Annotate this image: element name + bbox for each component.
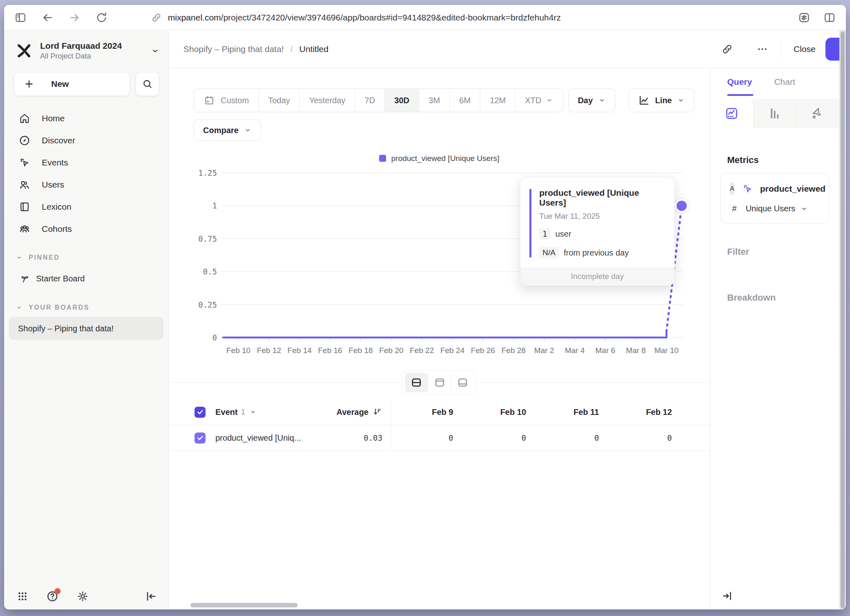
gear-icon[interactable] [76, 590, 89, 603]
tab-query[interactable]: Query [727, 77, 752, 87]
sidebar-item-home[interactable]: Home [4, 107, 168, 129]
svg-text:Mar 10: Mar 10 [654, 346, 678, 355]
search-icon [142, 78, 153, 90]
active-tab-underline [727, 94, 753, 96]
date-range-today[interactable]: Today [258, 89, 299, 112]
close-button[interactable]: Close [793, 44, 816, 54]
notification-dot [54, 588, 61, 594]
more-options-icon[interactable] [756, 43, 769, 55]
layout-bottom-bar-icon[interactable] [451, 373, 474, 392]
sidebar-item-events[interactable]: Events [4, 152, 168, 174]
funnels-tab-icon[interactable] [753, 99, 796, 127]
horizontal-scrollbar-thumb[interactable] [190, 603, 298, 607]
browser-window: mixpanel.com/project/3472420/view/397469… [4, 5, 846, 609]
save-button[interactable] [825, 38, 839, 61]
layout-split-horizontal-icon[interactable] [405, 373, 428, 392]
chart-type-dropdown[interactable]: Line [628, 88, 694, 112]
split-view-icon[interactable] [823, 11, 836, 24]
event-count: 1 [241, 408, 245, 417]
layout-top-bar-icon[interactable] [428, 373, 451, 392]
svg-text:Feb 10: Feb 10 [226, 346, 251, 355]
browser-sidebar-toggle-icon[interactable] [14, 11, 27, 24]
url-bar[interactable]: mixpanel.com/project/3472420/view/397469… [151, 12, 785, 23]
date-range-6m[interactable]: 6M [450, 89, 480, 112]
flows-tab-icon[interactable] [796, 99, 839, 127]
apps-grid-icon[interactable] [16, 590, 29, 602]
breadcrumb-board[interactable]: Shopify – Piping that data! [183, 44, 284, 54]
average-column-header[interactable]: Average [337, 408, 368, 417]
hash-icon: # [732, 204, 737, 213]
compare-dropdown[interactable]: Compare [194, 120, 261, 141]
date-range-7d[interactable]: 7D [355, 89, 385, 112]
sidebar-item-users[interactable]: Users [4, 174, 168, 196]
section-header-your-boards[interactable]: YOUR BOARDS [4, 304, 168, 311]
date-range-custom[interactable]: Custom [194, 89, 258, 112]
sidebar: Lord Farquaad 2024 All Project Data New [4, 30, 169, 609]
insights-tab-icon[interactable] [710, 99, 753, 128]
compass-icon [18, 134, 31, 147]
date-range-12m[interactable]: 12M [480, 89, 515, 112]
copy-link-icon[interactable] [721, 43, 733, 55]
content: Shopify – Piping that data! / Untitled C… [169, 30, 839, 609]
table-column-header-feb-9[interactable]: Feb 9 [391, 399, 464, 425]
svg-text:1.25: 1.25 [198, 168, 217, 177]
back-icon[interactable] [41, 11, 54, 24]
vertical-scrollbar-thumb[interactable] [841, 32, 845, 608]
sidebar-item-discover[interactable]: Discover [4, 129, 168, 152]
chart-type-value: Line [655, 96, 672, 105]
sort-icon[interactable] [372, 407, 382, 417]
chevron-down-icon [16, 254, 23, 261]
table-date-headers: Feb 9Feb 10Feb 11Feb 12 [391, 399, 683, 425]
row-checkbox[interactable] [194, 433, 206, 444]
svg-text:0.25: 0.25 [198, 300, 217, 309]
event-column-header[interactable]: Event [215, 408, 237, 417]
new-button[interactable]: New [14, 72, 130, 96]
date-range-30d[interactable]: 30D [384, 89, 419, 112]
sidebar-item-cohorts[interactable]: Cohorts [4, 218, 168, 240]
select-all-checkbox[interactable] [194, 407, 206, 418]
sidebar-item-lexicon[interactable]: Lexicon [4, 196, 168, 218]
tooltip-series-bar [529, 189, 531, 258]
granularity-dropdown[interactable]: Day [568, 88, 615, 112]
table-column-header-feb-12[interactable]: Feb 12 [610, 399, 683, 425]
table-row: product_viewed [Uniq...0.030000 [169, 425, 710, 451]
board-item-shopify-piping-that-data[interactable]: Shopify – Piping that data! [9, 317, 163, 340]
chevron-down-icon[interactable] [249, 408, 257, 416]
chevron-down-icon [150, 46, 160, 56]
board-item-starter-board[interactable]: Starter Board [9, 267, 163, 290]
breadcrumb-report-title[interactable]: Untitled [299, 44, 328, 54]
date-range-xtd[interactable]: XTD [515, 89, 563, 112]
date-range-3m[interactable]: 3M [419, 89, 450, 112]
date-range-yesterday[interactable]: Yesterday [299, 89, 355, 112]
chevron-down-icon [677, 96, 685, 104]
metric-card[interactable]: A product_viewed # Unique Users [720, 173, 830, 224]
tooltip-delta-label: from previous day [564, 248, 629, 258]
cursor-click-icon [18, 156, 31, 169]
table-cell: 0 [464, 425, 537, 451]
workspace-switcher[interactable]: Lord Farquaad 2024 All Project Data [4, 30, 168, 62]
chart-tooltip: product_viewed [Unique Users] Tue Mar 11… [520, 177, 675, 286]
sidebar-item-label: Lexicon [42, 202, 71, 212]
reload-icon[interactable] [95, 11, 108, 24]
tooltip-value-unit: user [555, 229, 571, 239]
table-column-header-feb-10[interactable]: Feb 10 [464, 399, 537, 425]
granularity-value: Day [578, 96, 593, 105]
collapse-sidebar-icon[interactable] [145, 590, 158, 603]
table-column-header-feb-11[interactable]: Feb 11 [537, 399, 610, 425]
tooltip-date: Tue Mar 11, 2025 [539, 212, 664, 221]
book-icon [18, 201, 31, 213]
collapse-panel-icon[interactable] [721, 590, 733, 602]
sidebar-bottom-bar [16, 590, 158, 603]
aggregation-dropdown[interactable]: # Unique Users [730, 204, 820, 213]
section-header-pinned[interactable]: PINNED [4, 254, 168, 261]
page-settings-icon[interactable] [798, 11, 811, 24]
forward-icon[interactable] [68, 11, 81, 24]
search-button[interactable] [136, 72, 159, 96]
vertical-scrollbar[interactable] [839, 30, 846, 609]
chevron-down-icon [244, 126, 252, 134]
tooltip-footer: Incomplete day [520, 267, 674, 285]
report-topbar: Shopify – Piping that data! / Untitled C… [169, 30, 839, 68]
help-icon[interactable] [46, 590, 59, 603]
tab-chart[interactable]: Chart [774, 77, 795, 87]
svg-text:0.75: 0.75 [198, 234, 217, 243]
